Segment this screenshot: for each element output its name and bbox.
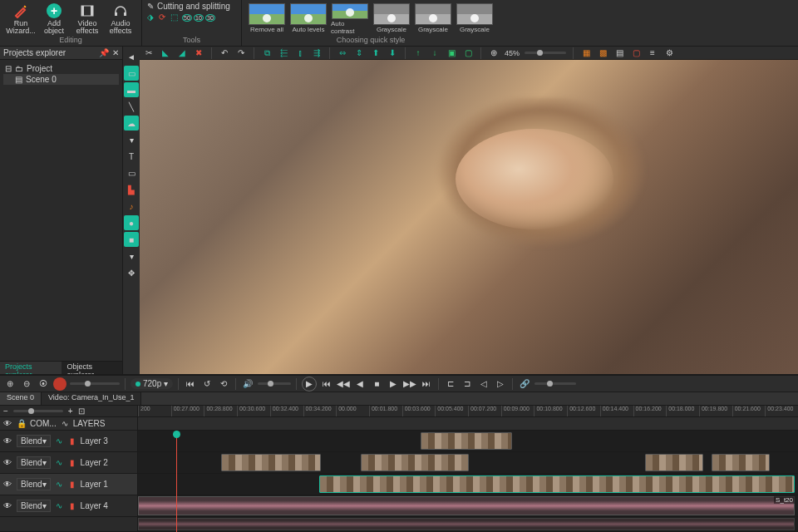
volume-icon[interactable]: 🔊 (241, 377, 254, 391)
audio-icon[interactable]: ∿ (54, 436, 64, 446)
dist-v-icon[interactable]: ⇕ (353, 47, 365, 59)
tree-project[interactable]: ⊟🗀Project (3, 63, 119, 74)
marker-prev-icon[interactable]: ◁ (477, 377, 490, 391)
add-object-button[interactable]: + Add object (38, 2, 70, 36)
tree-scene[interactable]: ▤Scene 0 (3, 74, 119, 85)
box-icon[interactable]: ▢ (630, 47, 642, 59)
clip-selected[interactable] (319, 475, 795, 493)
cut-left-icon[interactable]: ◣ (160, 47, 171, 59)
style-grayscale[interactable]: Grayscale (414, 3, 452, 35)
line-tool[interactable]: ╲ (124, 99, 139, 114)
track-visibility-toggle[interactable]: 👁 (3, 480, 13, 490)
skip-end-icon[interactable]: ⏭ (420, 377, 433, 391)
chart-tool[interactable]: ▙ (124, 182, 139, 197)
rewind-icon[interactable]: ◀◀ (337, 377, 350, 391)
clip[interactable] (361, 454, 469, 471)
loop-icon[interactable]: ↺ (200, 377, 214, 391)
blend-mode-dropdown[interactable]: Blend▾ (17, 478, 51, 490)
send-back-icon[interactable]: ⬇ (387, 47, 398, 59)
track-visibility-toggle[interactable]: 👁 (3, 501, 13, 511)
tab-objects-explorer[interactable]: Objects explorer (62, 362, 122, 374)
timeline-tab-scene[interactable]: Scene 0 (0, 392, 42, 405)
play-button[interactable]: ▶ (302, 377, 317, 392)
track-visibility-toggle[interactable]: 👁 (3, 458, 13, 468)
scissors-icon[interactable]: ✂ (143, 47, 155, 59)
track-body[interactable] (138, 431, 798, 451)
timeline-ruler[interactable]: − + ⊡ 20000:27.00000:28.80000:30.60000:3… (0, 406, 798, 417)
down-arrow-icon[interactable]: ↓ (429, 47, 441, 59)
marker-200-icon[interactable]: 30 (205, 12, 215, 22)
opacity-slider[interactable] (70, 382, 120, 385)
marker-100-icon[interactable]: 10 (194, 12, 204, 22)
blend-mode-dropdown[interactable]: Blend▾ (17, 435, 51, 447)
eye-icon[interactable]: 👁 (3, 419, 13, 429)
layer-icon[interactable]: ▣ (446, 47, 457, 59)
clip[interactable] (421, 432, 512, 450)
grid2-icon[interactable]: ▩ (597, 47, 608, 59)
prev-frame-icon[interactable]: ⏮ (184, 377, 197, 391)
style-auto-contrast[interactable]: Auto contrast (331, 3, 369, 35)
audio-tool[interactable]: ♪ (124, 199, 139, 214)
out-point-icon[interactable]: ⊐ (461, 377, 474, 391)
resolution-pill[interactable]: 720p▾ (131, 378, 173, 389)
style-remove-all[interactable]: Remove all (248, 3, 286, 35)
gear-icon[interactable]: ⚙ (663, 47, 675, 59)
style-grayscale[interactable]: Grayscale (456, 3, 494, 35)
align-right-icon[interactable]: ⇶ (311, 47, 323, 59)
tooltip-tool[interactable]: ▭ (124, 165, 139, 180)
cut-right-icon[interactable]: ◢ (176, 47, 188, 59)
lock-icon[interactable]: 🔒 (17, 419, 27, 429)
audio-waveform[interactable] (138, 518, 795, 530)
track-body[interactable]: S_t20 (138, 495, 798, 516)
record-button[interactable] (53, 377, 66, 391)
bring-front-icon[interactable]: ⬆ (370, 47, 382, 59)
fit-icon[interactable]: ⊡ (78, 406, 85, 416)
dup-icon[interactable]: ⧉ (261, 47, 273, 59)
clip[interactable] (221, 454, 321, 471)
crop-icon[interactable]: ⬚ (170, 12, 180, 22)
blob-tool[interactable]: ☁ (124, 116, 139, 131)
zoom-slider[interactable] (525, 52, 566, 54)
shape-tool[interactable]: ▭ (124, 66, 139, 81)
target-icon[interactable]: ⊕ (488, 47, 500, 59)
skip-start-icon[interactable]: ⏮ (320, 377, 333, 391)
step-back-icon[interactable]: ◀ (353, 377, 367, 391)
up-arrow-icon[interactable]: ↑ (412, 47, 424, 59)
split-icon[interactable]: ✖ (193, 47, 204, 59)
layers-icon[interactable]: ≡ (647, 47, 658, 59)
audio-icon[interactable]: ∿ (54, 501, 64, 511)
fast-fwd-icon[interactable]: ▶▶ (403, 377, 416, 391)
marker-next-icon[interactable]: ▷ (494, 377, 507, 391)
blend-mode-dropdown[interactable]: Blend▾ (17, 500, 51, 512)
track-visibility-toggle[interactable]: 👁 (3, 436, 13, 446)
zoom-out-icon[interactable]: − (3, 406, 8, 416)
video-effects-button[interactable]: Video effects (71, 2, 103, 36)
layer2-icon[interactable]: ▢ (462, 47, 474, 59)
preview-canvas[interactable] (140, 60, 798, 374)
style-auto-levels[interactable]: Auto levels (289, 3, 328, 35)
stop-icon[interactable]: ■ (370, 377, 383, 391)
square-tool[interactable]: ■ (124, 232, 139, 247)
drop-icon[interactable]: ⬗ (147, 12, 157, 22)
move-tool[interactable]: ✥ (124, 265, 139, 280)
tab-projects-explorer[interactable]: Projects explorer (0, 362, 62, 374)
align-left-icon[interactable]: ⬱ (278, 47, 289, 59)
speed-slider[interactable] (534, 382, 576, 385)
audio-effects-button[interactable]: Audio effects (105, 2, 136, 36)
dropdown-tool[interactable]: ▾ (124, 132, 139, 147)
track-body[interactable] (138, 452, 798, 473)
zoom-in-icon[interactable]: + (68, 406, 73, 416)
blend-mode-dropdown[interactable]: Blend▾ (17, 456, 51, 469)
circle-tool[interactable]: ● (124, 215, 139, 230)
grid1-icon[interactable]: ▦ (580, 47, 592, 59)
pin-icon[interactable]: 📌 (99, 48, 109, 57)
rotate-icon[interactable]: ⟳ (159, 12, 169, 22)
in-point-icon[interactable]: ⊏ (444, 377, 457, 391)
clip[interactable] (712, 454, 770, 471)
marker-50-icon[interactable]: 50 (182, 12, 192, 22)
style-grayscale[interactable]: Grayscale (372, 3, 411, 35)
cursor-tool[interactable]: ◄ (124, 49, 139, 64)
track-body[interactable] (138, 517, 798, 531)
remove-track-icon[interactable]: ⊖ (20, 377, 33, 391)
playhead[interactable] (176, 431, 177, 532)
